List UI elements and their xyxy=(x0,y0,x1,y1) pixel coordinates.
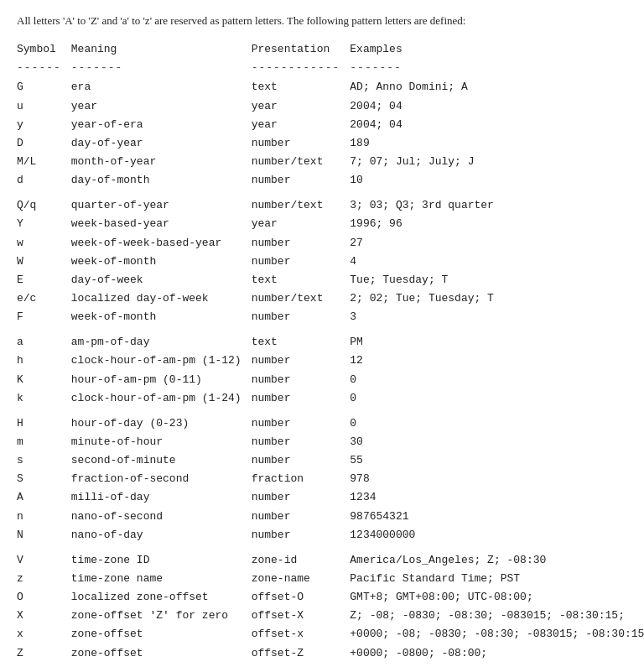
cell-examples: Pacific Standard Time; PST xyxy=(350,570,644,588)
table-spacer-row xyxy=(17,408,644,414)
cell-symbol: F xyxy=(17,308,71,326)
cell-meaning: am-pm-of-day xyxy=(71,333,252,352)
table-row: GeratextAD; Anno Domini; A xyxy=(17,78,644,96)
cell-presentation: number xyxy=(252,451,351,470)
cell-presentation: number xyxy=(252,308,351,326)
cell-presentation: number xyxy=(252,253,351,271)
cell-examples: 2; 02; Tue; Tuesday; T xyxy=(350,289,644,308)
cell-meaning: clock-hour-of-am-pm (1-24) xyxy=(71,389,252,408)
table-row: Fweek-of-monthnumber3 xyxy=(17,308,644,326)
table-row: M/Lmonth-of-yearnumber/text7; 07; Jul; J… xyxy=(17,153,644,171)
cell-presentation: offset-O xyxy=(252,588,351,607)
cell-meaning: hour-of-am-pm (0-11) xyxy=(71,371,252,389)
table-row: aam-pm-of-daytextPM xyxy=(17,333,644,352)
table-row: xzone-offsetoffset-x+0000; -08; -0830; -… xyxy=(17,625,644,644)
cell-examples: +0000; -08; -0830; -08:30; -083015; -08:… xyxy=(350,625,644,644)
cell-symbol: D xyxy=(17,134,71,153)
divider-examples: ------- xyxy=(350,59,644,78)
cell-examples: America/Los_Angeles; Z; -08:30 xyxy=(350,551,644,570)
cell-examples: Z; -08; -0830; -08:30; -083015; -08:30:1… xyxy=(350,607,644,625)
cell-symbol: n xyxy=(17,508,71,526)
intro-text: All letters 'A' to 'Z' and 'a' to 'z' ar… xyxy=(17,13,627,29)
cell-examples: 3; 03; Q3; 3rd quarter xyxy=(350,196,644,215)
cell-examples: AD; Anno Domini; A xyxy=(350,78,644,96)
table-row: ztime-zone namezone-namePacific Standard… xyxy=(17,570,644,588)
table-row: kclock-hour-of-am-pm (1-24)number0 xyxy=(17,389,644,408)
cell-examples: 1996; 96 xyxy=(350,215,644,233)
cell-symbol: Y xyxy=(17,215,71,233)
table-row: Dday-of-yearnumber189 xyxy=(17,134,644,153)
cell-examples: 27 xyxy=(350,234,644,253)
cell-examples: 1234000000 xyxy=(350,526,644,545)
cell-examples: 978 xyxy=(350,470,644,488)
cell-symbol: A xyxy=(17,488,71,507)
cell-examples: 7; 07; Jul; July; J xyxy=(350,153,644,171)
cell-presentation: zone-id xyxy=(252,551,351,570)
cell-presentation: fraction xyxy=(252,470,351,488)
table-spacer-row xyxy=(17,663,644,667)
cell-presentation: offset-Z xyxy=(252,644,351,663)
cell-presentation: number xyxy=(252,371,351,389)
table-row: Zzone-offsetoffset-Z+0000; -0800; -08:00… xyxy=(17,644,644,663)
table-row: Wweek-of-monthnumber4 xyxy=(17,253,644,271)
cell-symbol: E xyxy=(17,271,71,289)
cell-meaning: localized zone-offset xyxy=(71,588,252,607)
cell-symbol: X xyxy=(17,607,71,625)
cell-presentation: number xyxy=(252,414,351,433)
cell-symbol: e/c xyxy=(17,289,71,308)
table-row: Xzone-offset 'Z' for zerooffset-XZ; -08;… xyxy=(17,607,644,625)
divider-presentation: ------------ xyxy=(252,59,351,78)
cell-presentation: number xyxy=(252,234,351,253)
table-row: e/clocalized day-of-weeknumber/text2; 02… xyxy=(17,289,644,308)
cell-symbol: k xyxy=(17,389,71,408)
cell-meaning: week-of-month xyxy=(71,253,252,271)
table-row: nnano-of-secondnumber987654321 xyxy=(17,508,644,526)
cell-meaning: day-of-week xyxy=(71,271,252,289)
cell-meaning: day-of-year xyxy=(71,134,252,153)
cell-presentation: zone-name xyxy=(252,570,351,588)
cell-meaning: month-of-year xyxy=(71,153,252,171)
table-row: Yweek-based-yearyear1996; 96 xyxy=(17,215,644,233)
cell-meaning: milli-of-day xyxy=(71,488,252,507)
cell-presentation: number xyxy=(252,433,351,451)
cell-examples: 1234 xyxy=(350,488,644,507)
cell-meaning: year xyxy=(71,97,252,116)
table-spacer-row xyxy=(17,190,644,196)
table-row: Eday-of-weektextTue; Tuesday; T xyxy=(17,271,644,289)
table-row: yyear-of-erayear2004; 04 xyxy=(17,116,644,134)
table-row: Hhour-of-day (0-23)number0 xyxy=(17,414,644,433)
cell-examples: 4 xyxy=(350,253,644,271)
cell-meaning: era xyxy=(71,78,252,96)
cell-examples: 2004; 04 xyxy=(350,97,644,116)
header-presentation: Presentation xyxy=(252,40,351,59)
cell-symbol: S xyxy=(17,470,71,488)
table-row: Vtime-zone IDzone-idAmerica/Los_Angeles;… xyxy=(17,551,644,570)
cell-meaning: time-zone ID xyxy=(71,551,252,570)
cell-meaning: second-of-minute xyxy=(71,451,252,470)
table-row: dday-of-monthnumber10 xyxy=(17,171,644,190)
cell-examples: 12 xyxy=(350,352,644,370)
cell-examples: GMT+8; GMT+08:00; UTC-08:00; xyxy=(350,588,644,607)
divider-meaning: ------- xyxy=(71,59,252,78)
cell-examples: 30 xyxy=(350,433,644,451)
cell-symbol: O xyxy=(17,588,71,607)
cell-symbol: H xyxy=(17,414,71,433)
cell-examples: 3 xyxy=(350,308,644,326)
cell-presentation: number/text xyxy=(252,289,351,308)
table-row: Amilli-of-daynumber1234 xyxy=(17,488,644,507)
cell-presentation: number xyxy=(252,389,351,408)
cell-symbol: M/L xyxy=(17,153,71,171)
cell-meaning: localized day-of-week xyxy=(71,289,252,308)
cell-symbol: h xyxy=(17,352,71,370)
cell-examples: 2004; 04 xyxy=(350,116,644,134)
cell-examples: 0 xyxy=(350,389,644,408)
cell-symbol: Z xyxy=(17,644,71,663)
cell-meaning: nano-of-second xyxy=(71,508,252,526)
cell-meaning: nano-of-day xyxy=(71,526,252,545)
cell-symbol: m xyxy=(17,433,71,451)
cell-presentation: text xyxy=(252,333,351,352)
cell-presentation: offset-x xyxy=(252,625,351,644)
cell-symbol: d xyxy=(17,171,71,190)
pattern-table: Symbol Meaning Presentation Examples ---… xyxy=(17,40,644,667)
cell-examples: 189 xyxy=(350,134,644,153)
